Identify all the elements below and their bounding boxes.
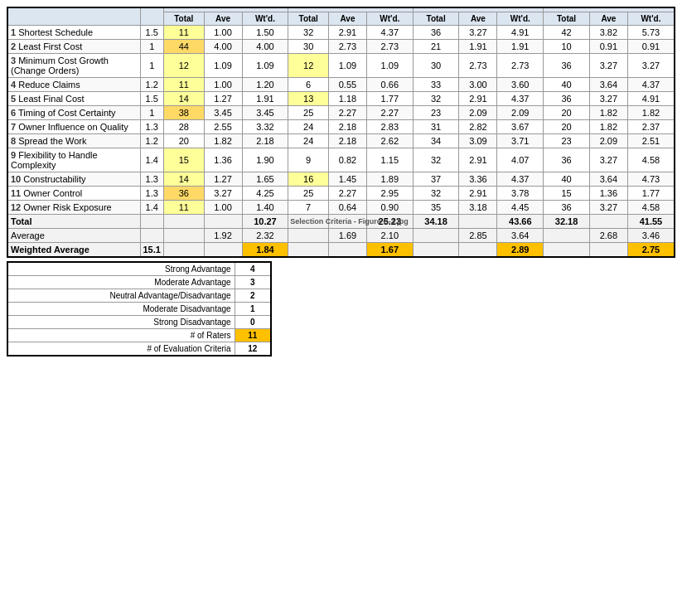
wavg-dbbft-total [288,243,329,258]
db-ave-10: 3.64 [589,172,627,187]
dbb-ave-8: 1.82 [204,134,242,148]
table-row: 1 Shortest Schedule 1.5 11 1.00 1.50 32 … [7,26,675,40]
dbbft-wtd-2: 2.73 [366,40,413,54]
row-criteria-11: 11 Owner Control [7,187,140,201]
weighted-avg-row: Weighted Average 15.1 1.84 1.67 2.89 2.7… [7,243,675,258]
dbbft-ave-8: 2.18 [329,134,367,148]
avg-wt [140,229,163,243]
table-row: 5 Least Final Cost 1.5 14 1.27 1.91 13 1… [7,92,675,106]
dbbft-total-3: 12 [288,54,329,78]
cmr-wtd-5: 4.37 [497,92,544,106]
wavg-cmr-wtd: 2.89 [497,243,544,258]
wavg-dbb-wtd: 1.84 [242,243,288,258]
wavg-db-ave [589,243,627,258]
legend-label-6: # of Evaluation Criteria [7,342,235,357]
db-wtd-11: 1.77 [627,187,675,201]
cmr-wtd-9: 4.07 [497,148,544,172]
dbbft-wtd-3: 1.09 [366,54,413,78]
cmr-ave-12: 3.18 [459,201,497,215]
dbbft-wtd-11: 2.95 [366,187,413,201]
cmr-wtd-7: 3.67 [497,120,544,134]
dbb-total-4: 11 [163,78,204,92]
row-weight-4: 1.2 [140,78,163,92]
legend-row: # of Evaluation Criteria 12 [7,342,271,357]
avg-dbb-wtd: 2.32 [242,229,288,243]
row-weight-8: 1.2 [140,134,163,148]
cmr-wtd-2: 1.91 [497,40,544,54]
table-row: 10 Constructability 1.3 14 1.27 1.65 16 … [7,172,675,187]
dbb-wtd-10: 1.65 [242,172,288,187]
dbbft-total-6: 25 [288,106,329,120]
db-total-4: 40 [544,78,590,92]
dbb-total-12: 11 [163,201,204,215]
dbb-wtd-12: 1.40 [242,201,288,215]
legend-value-1: 3 [235,276,271,289]
db-ave-12: 3.27 [589,201,627,215]
cmr-ave-3: 2.73 [459,54,497,78]
dbbft-ave-4: 0.55 [329,78,367,92]
dbb-ave-5: 1.27 [204,92,242,106]
row-weight-1: 1.5 [140,26,163,40]
dbbft-ave-12: 0.64 [329,201,367,215]
avg-db-ave: 2.68 [589,229,627,243]
dbb-total-header: Total [163,12,204,26]
dbbft-wtd-10: 1.89 [366,172,413,187]
dbb-total-5: 14 [163,92,204,106]
avg-dbb-ave: 1.92 [204,229,242,243]
cmr-total-8: 34 [413,134,459,148]
row-criteria-10: 10 Constructability [7,172,140,187]
dbb-wtd-1: 1.50 [242,26,288,40]
row-criteria-7: 7 Owner Influence on Quality [7,120,140,134]
dbb-wtd-7: 3.32 [242,120,288,134]
wavg-db-wtd: 2.75 [627,243,675,258]
legend-label-1: Moderate Advantage [7,276,235,289]
db-wtd-1: 5.73 [627,26,675,40]
row-criteria-3: 3 Minimum Cost Growth (Change Orders) [7,54,140,78]
total-dbb-wtd: 10.27 [242,215,288,229]
cmr-total-12: 35 [413,201,459,215]
avg-dbbft-wtd: 2.10 [366,229,413,243]
row-criteria-8: 8 Spread the Work [7,134,140,148]
total-label: Total [7,215,140,229]
db-ave-5: 3.27 [589,92,627,106]
db-total-9: 36 [544,148,590,172]
row-weight-11: 1.3 [140,187,163,201]
dbbft-total-4: 6 [288,78,329,92]
row-criteria-9: 9 Flexibility to Handle Complexity [7,148,140,172]
cmr-ave-header: Ave [459,12,497,26]
row-weight-6: 1 [140,106,163,120]
wavg-wt: 15.1 [140,243,163,258]
row-weight-3: 1 [140,54,163,78]
total-cmr-wtd: 43.66 [497,215,544,229]
db-wtd-header: Wt'd. [627,12,675,26]
cmr-ave-11: 2.91 [459,187,497,201]
db-wtd-10: 4.73 [627,172,675,187]
dbb-wtd-8: 2.18 [242,134,288,148]
db-total-7: 20 [544,120,590,134]
dbb-total-11: 36 [163,187,204,201]
row-weight-2: 1 [140,40,163,54]
row-weight-9: 1.4 [140,148,163,172]
dbbft-ave-header: Ave [329,12,367,26]
db-wtd-7: 2.37 [627,120,675,134]
db-wtd-8: 2.51 [627,134,675,148]
dbbft-total-5: 13 [288,92,329,106]
dbb-total-3: 12 [163,54,204,78]
dbb-ave-12: 1.00 [204,201,242,215]
avg-label: Average [7,229,140,243]
db-total-6: 20 [544,106,590,120]
dbbft-total-12: 7 [288,201,329,215]
cmr-total-header: Total [413,12,459,26]
row-criteria-6: 6 Timing of Cost Certainty [7,106,140,120]
avg-db-wtd: 3.46 [627,229,675,243]
legend-label-5: # of Raters [7,329,235,342]
row-weight-7: 1.3 [140,120,163,134]
total-db-wtd: 41.55 [627,215,675,229]
cmr-total-11: 32 [413,187,459,201]
wavg-label: Weighted Average [7,243,140,258]
avg-cmr-total [413,229,459,243]
dbb-total-7: 28 [163,120,204,134]
db-total-2: 10 [544,40,590,54]
dbb-ave-1: 1.00 [204,26,242,40]
dbb-wtd-6: 3.45 [242,106,288,120]
